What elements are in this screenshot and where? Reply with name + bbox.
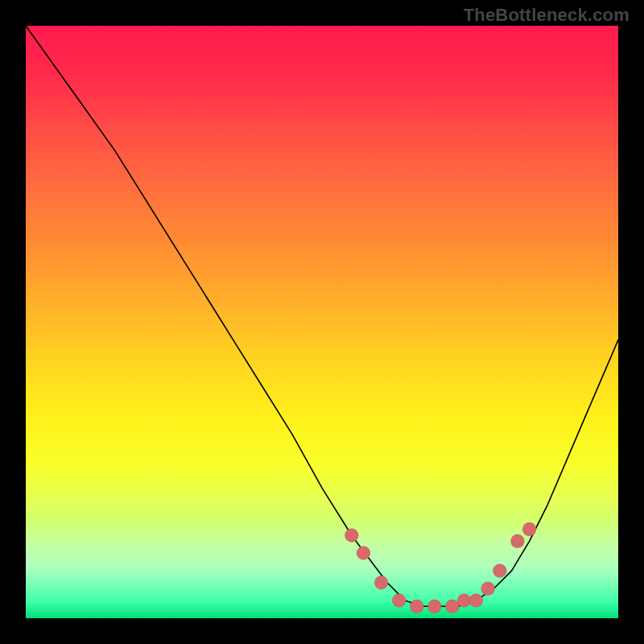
chart-svg bbox=[26, 26, 618, 618]
watermark-text: TheBottleneck.com bbox=[464, 5, 630, 26]
data-dots bbox=[345, 522, 536, 613]
data-dot bbox=[357, 547, 370, 560]
data-dot bbox=[493, 564, 506, 578]
data-dot bbox=[410, 600, 423, 613]
data-dot bbox=[457, 593, 471, 607]
chart-area bbox=[26, 26, 618, 618]
data-dot bbox=[469, 593, 483, 607]
bottleneck-curve bbox=[26, 26, 618, 606]
data-dot bbox=[374, 576, 388, 589]
data-dot bbox=[345, 529, 358, 543]
data-dot bbox=[427, 600, 441, 613]
data-dot bbox=[510, 535, 524, 548]
data-dot bbox=[445, 600, 459, 613]
data-dot bbox=[481, 582, 495, 596]
data-dot bbox=[522, 522, 536, 536]
data-dot bbox=[392, 593, 406, 607]
